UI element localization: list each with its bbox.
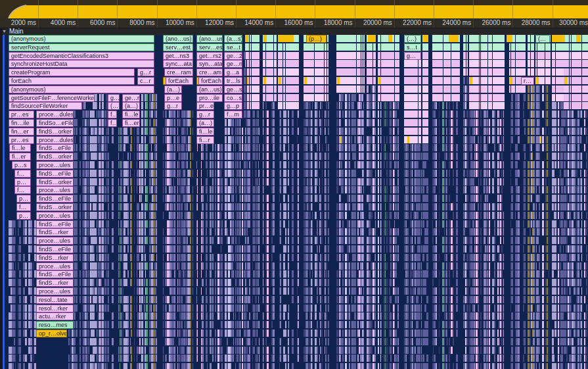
flame-bar[interactable]: tr…ls [224,77,242,85]
flame-bar[interactable]: g…r [164,102,182,110]
flame-bar[interactable]: sync…ata [163,60,193,68]
flame-bar[interactable]: forEach [9,77,135,85]
flame-bar[interactable]: (a…s) [224,35,242,43]
flame-bar[interactable]: proce…ules [36,287,74,295]
flame-bar[interactable]: (an…us) [196,86,223,93]
flame-bar[interactable]: proce…ules [36,237,74,245]
flame-bar[interactable]: serv…est [163,43,193,51]
flame-bar[interactable]: f… [14,186,31,194]
flame-bar[interactable]: forEach [198,77,223,85]
flame-bar[interactable]: pr…e [196,102,214,110]
flame-bar[interactable]: (p…) [306,35,327,43]
flame-bar[interactable]: fi…r [196,136,214,144]
cpu-overview-strip[interactable] [0,0,588,18]
flame-bar[interactable]: fin…ile [9,119,34,127]
flame-bar[interactable]: (…) [404,35,421,43]
flame-bar[interactable]: findS…eFile [36,245,74,253]
flame-bar[interactable]: f… [108,111,117,118]
flame-bar[interactable]: findS…rker [36,228,74,236]
main-track-header[interactable]: ▼ Main [0,28,588,35]
flame-bar[interactable]: cre…ram [164,68,193,76]
flame-bar[interactable]: op_r…olve [36,330,67,337]
flame-bar[interactable]: ge…2 [224,52,242,60]
flame-bar[interactable]: p… [14,178,31,186]
flame-bar[interactable]: proce…dules [36,136,74,144]
flame-bar[interactable]: findS…orker [36,203,74,211]
flame-bar[interactable]: serv…est [196,43,223,51]
flame-bar[interactable]: syn…ata [196,60,223,68]
flame-bar[interactable]: findS…rker [36,279,74,287]
flame-bar[interactable]: ge…r [122,94,140,102]
flame-chart[interactable]: (anonymous)serverRequestgetEncodedSemant… [0,35,588,369]
flame-bar[interactable]: g…p [224,102,242,110]
flame-bar[interactable]: resol…tate [36,296,74,304]
flame-bar[interactable]: getEncodedSemanticClassifications3 [9,52,154,60]
flame-bar[interactable]: findS…eFile [36,144,74,152]
flame-bar[interactable]: pr…es [9,111,34,118]
flame-bar[interactable]: findSo…eFile [36,119,74,127]
flame-bar[interactable]: fi…le [9,144,31,152]
flame-bar[interactable]: p…s [12,161,31,169]
timeline-ruler[interactable]: 2000 ms4000 ms6000 ms8000 ms10000 ms1200… [0,18,588,28]
flame-bar[interactable]: proce…dules [36,111,74,118]
flame-bar[interactable]: fi…le [196,128,214,135]
flame-bar[interactable]: pr…es [9,136,34,144]
flame-bar[interactable]: proce…ules [36,262,74,270]
flame-bar[interactable]: reso…mes [36,321,74,329]
flame-bar[interactable]: findS…eFile [36,195,74,203]
flame-bar[interactable]: get…rs2 [196,52,223,60]
flame-bar[interactable]: proce…ules [36,212,74,220]
flame-bar[interactable]: p… [16,212,31,220]
flame-bar[interactable]: createProgram [9,68,135,76]
flame-bar[interactable]: (a…) [122,102,140,110]
flame-bar[interactable]: findS…eFile [36,220,74,228]
flame-bar[interactable]: cre…am [196,68,223,76]
flame-bar[interactable]: findS…orker [36,178,74,186]
flame-bar[interactable]: f… [14,170,31,178]
flame-bar[interactable]: synchronizeHostData [9,60,154,68]
flame-bar[interactable]: fin…er [9,128,34,135]
flame-bar[interactable]: g…r [196,111,214,118]
flame-bar[interactable]: g…r [137,68,154,76]
flame-bar[interactable]: g… [108,94,120,102]
flame-bar[interactable]: findS…orker [36,128,74,135]
flame-bar[interactable]: findS…eFile [36,270,74,278]
flame-bar[interactable]: (ano…us) [196,35,223,43]
flame-bar[interactable]: f… [108,119,117,127]
flame-bar[interactable]: actu…rker [36,312,74,320]
flame-bar[interactable]: pro…ile [196,94,223,102]
flame-bar[interactable]: findS…rker [36,254,74,262]
flame-bar[interactable]: proce…ules [36,186,74,194]
flame-bar[interactable]: forEach [166,77,193,85]
flame-bar[interactable]: fi…er [122,119,140,127]
flame-bar[interactable]: resol…rker [36,305,74,312]
flame-bar[interactable]: (a…) [164,86,182,93]
flame-bar[interactable]: p…e [164,94,182,102]
flame-bar[interactable]: g…a [224,68,242,76]
flame-bar[interactable]: ge…s [224,86,242,93]
flame-bar[interactable]: f… [16,203,31,211]
flame-bar[interactable]: proce…ules [36,161,74,169]
flame-bar[interactable]: se…t [224,43,242,51]
flame-bar[interactable]: (a…) [196,119,214,127]
flame-bar[interactable]: (anonymous) [9,35,154,43]
collapse-triangle-icon[interactable]: ▼ [2,28,7,35]
flame-bar[interactable]: get…ns3 [163,52,193,60]
flame-bar[interactable]: f…m [224,111,242,118]
flame-bar[interactable]: c…r [137,77,154,85]
flame-bar[interactable]: s…t [404,43,421,51]
flame-bar[interactable]: getSourceFileF…ferenceWorker [9,94,95,102]
flame-bar[interactable]: (… [108,102,120,110]
flame-bar[interactable]: ge…n [224,60,242,68]
flame-bar[interactable]: p… [16,195,31,203]
flame-bar[interactable]: fi…er [9,153,31,160]
flame-bar[interactable]: findS…eFile [36,170,74,178]
flame-bar[interactable]: (anonymous) [9,86,154,93]
flame-bar[interactable]: r… [521,77,534,85]
flame-bar[interactable]: fi…le [122,111,140,118]
flame-bar[interactable]: findS…orker [36,153,74,160]
flame-bar[interactable]: (… [535,35,550,43]
flame-bar[interactable]: findSourceFileWorker [9,102,82,110]
flame-bar[interactable]: serverRequest [9,43,154,51]
flame-bar[interactable]: (ano…us) [163,35,193,43]
